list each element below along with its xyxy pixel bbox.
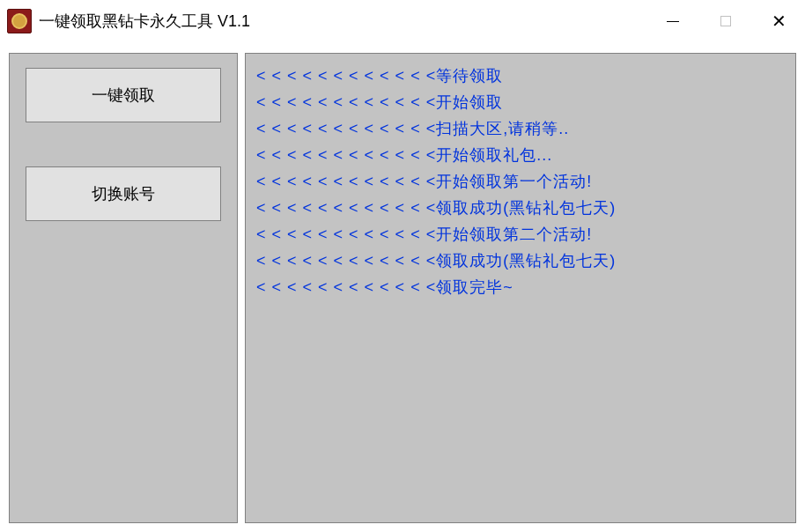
close-button[interactable]: ✕ bbox=[752, 0, 805, 42]
maximize-button bbox=[699, 0, 752, 42]
titlebar: 一键领取黑钻卡永久工具 V1.1 ✕ bbox=[0, 0, 805, 42]
log-line: < < < < < < < < < < < <开始领取礼包... bbox=[256, 142, 785, 168]
log-line: < < < < < < < < < < < <等待领取 bbox=[256, 63, 785, 89]
log-line: < < < < < < < < < < < <扫描大区,请稍等.. bbox=[256, 115, 785, 142]
log-panel: < < < < < < < < < < < <等待领取< < < < < < <… bbox=[245, 53, 796, 523]
log-line: < < < < < < < < < < < <开始领取 bbox=[256, 89, 785, 115]
close-icon: ✕ bbox=[772, 12, 787, 30]
log-line: < < < < < < < < < < < <领取完毕~ bbox=[256, 274, 785, 300]
switch-account-button[interactable]: 切换账号 bbox=[26, 166, 221, 221]
log-line: < < < < < < < < < < < <开始领取第一个活动! bbox=[256, 168, 785, 195]
minimize-icon bbox=[667, 21, 679, 22]
left-panel: 一键领取 切换账号 bbox=[9, 53, 238, 523]
log-line: < < < < < < < < < < < <领取成功(黑钻礼包七天) bbox=[256, 195, 785, 221]
app-icon bbox=[7, 9, 32, 33]
content-area: 一键领取 切换账号 < < < < < < < < < < < <等待领取< <… bbox=[0, 42, 805, 532]
window-controls: ✕ bbox=[646, 0, 805, 42]
one-click-receive-button[interactable]: 一键领取 bbox=[26, 68, 221, 122]
log-line: < < < < < < < < < < < <领取成功(黑钻礼包七天) bbox=[256, 248, 785, 274]
minimize-button[interactable] bbox=[646, 0, 699, 42]
window-title: 一键领取黑钻卡永久工具 V1.1 bbox=[39, 11, 646, 32]
log-line: < < < < < < < < < < < <开始领取第二个活动! bbox=[256, 221, 785, 248]
maximize-icon bbox=[720, 16, 731, 26]
